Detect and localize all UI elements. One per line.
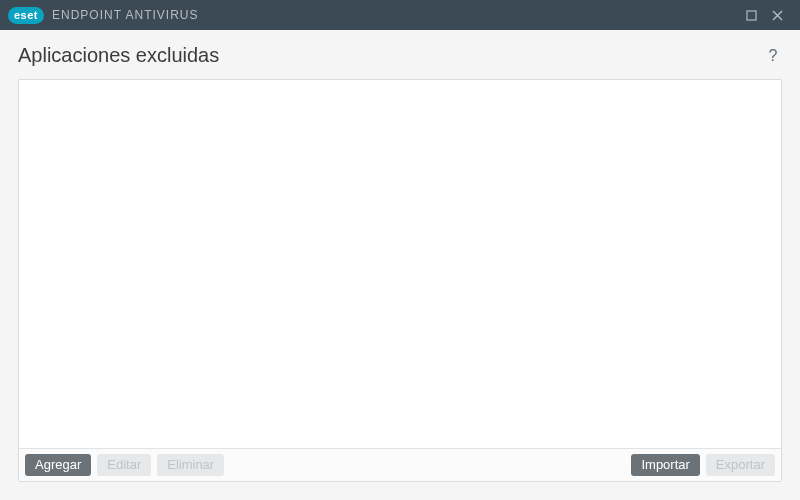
titlebar: eset ENDPOINT ANTIVIRUS xyxy=(0,0,800,30)
svg-rect-0 xyxy=(747,11,756,20)
maximize-button[interactable] xyxy=(738,0,764,30)
exclusions-list[interactable] xyxy=(19,80,781,448)
header-row: Aplicaciones excluidas ? xyxy=(18,44,782,67)
edit-button[interactable]: Editar xyxy=(97,454,151,476)
help-button[interactable]: ? xyxy=(764,47,782,65)
import-button[interactable]: Importar xyxy=(631,454,699,476)
page-title: Aplicaciones excluidas xyxy=(18,44,219,67)
close-button[interactable] xyxy=(764,0,790,30)
close-icon xyxy=(772,10,783,21)
exclusions-panel: Agregar Editar Eliminar Importar Exporta… xyxy=(18,79,782,482)
panel-toolbar: Agregar Editar Eliminar Importar Exporta… xyxy=(19,448,781,481)
delete-button[interactable]: Eliminar xyxy=(157,454,224,476)
brand-badge: eset xyxy=(8,7,44,24)
maximize-icon xyxy=(746,10,757,21)
product-name: ENDPOINT ANTIVIRUS xyxy=(52,8,198,22)
export-button[interactable]: Exportar xyxy=(706,454,775,476)
add-button[interactable]: Agregar xyxy=(25,454,91,476)
content-area: Aplicaciones excluidas ? Agregar Editar … xyxy=(0,30,800,500)
